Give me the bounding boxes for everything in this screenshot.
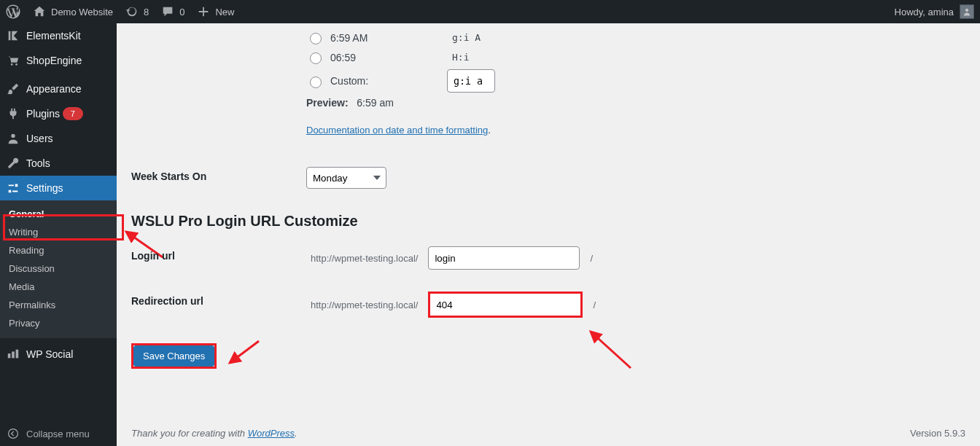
brush-icon: [6, 82, 20, 96]
wordpress-icon: [6, 4, 20, 19]
menu-wpsocial-label: WP Social: [26, 348, 73, 360]
footer-thanks: Thank you for creating with WordPress.: [131, 428, 298, 439]
redirection-url-prefix: http://wpmet-testing.local/: [306, 296, 422, 314]
time-format-custom-input[interactable]: [447, 69, 495, 93]
footer-wordpress-link[interactable]: WordPress: [248, 428, 295, 439]
time-format-label-1: 6:59 AM: [330, 32, 447, 44]
update-icon: [125, 4, 139, 19]
menu-tools-label: Tools: [26, 157, 50, 169]
menu-users[interactable]: Users: [0, 126, 117, 151]
login-url-suffix: /: [586, 249, 597, 267]
site-name[interactable]: Demo Website: [26, 0, 119, 23]
svg-rect-4: [12, 351, 15, 358]
wp-logo[interactable]: [0, 0, 26, 23]
updates[interactable]: 8: [119, 0, 155, 23]
collapse-label: Collapse menu: [26, 429, 90, 439]
time-format-code-1: g:i A: [447, 30, 486, 45]
share-icon: [6, 347, 20, 361]
login-url-input[interactable]: [428, 246, 580, 270]
comments[interactable]: 0: [155, 0, 190, 23]
time-format-radio-2[interactable]: [310, 52, 322, 64]
redirection-url-row: http://wpmet-testing.local/ /: [306, 292, 958, 318]
time-format-label-custom: Custom:: [330, 75, 447, 87]
save-changes-button[interactable]: Save Changes: [133, 345, 214, 367]
submenu-permalinks[interactable]: Permalinks: [0, 296, 117, 314]
svg-point-0: [11, 63, 13, 66]
menu-shopengine[interactable]: ShopEngine: [0, 48, 117, 73]
howdy-prefix: Howdy,: [895, 7, 925, 17]
wrench-icon: [6, 156, 20, 171]
site-name-label: Demo Website: [51, 7, 113, 17]
time-format-preview-label: Preview:: [306, 97, 349, 109]
login-url-label: Login url: [131, 250, 175, 262]
updates-count: 8: [144, 7, 149, 17]
submenu-writing[interactable]: Writing: [0, 223, 117, 241]
footer-version: Version 5.9.3: [910, 428, 965, 439]
submenu-general[interactable]: General: [0, 205, 117, 223]
time-format-preview-value: 6:59 am: [357, 97, 394, 109]
time-format-option-custom[interactable]: Custom:: [306, 69, 958, 93]
login-url-prefix: http://wpmet-testing.local/: [306, 249, 422, 267]
date-time-doc-link[interactable]: Documentation on date and time formattin…: [306, 125, 488, 136]
submenu-settings: General Writing Reading Discussion Media…: [0, 200, 117, 338]
account[interactable]: Howdy, amina: [889, 0, 980, 23]
account-name: amina: [928, 7, 954, 17]
submenu-reading[interactable]: Reading: [0, 241, 117, 259]
time-format-code-2: H:i: [447, 50, 474, 65]
time-format-option-1[interactable]: 6:59 AM g:i A: [306, 30, 958, 45]
redirection-url-suffix: /: [588, 296, 600, 314]
home-icon: [32, 4, 47, 19]
redirection-url-label: Redirection url: [131, 295, 203, 307]
menu-tools[interactable]: Tools: [0, 151, 117, 176]
svg-rect-5: [16, 350, 19, 359]
comment-icon: [160, 4, 175, 19]
new-content[interactable]: New: [190, 0, 240, 23]
menu-settings-label: Settings: [26, 182, 63, 194]
svg-point-1: [15, 63, 18, 66]
menu-appearance-label: Appearance: [26, 83, 82, 95]
svg-point-6: [9, 429, 18, 439]
submenu-media[interactable]: Media: [0, 278, 117, 296]
time-format-radio-1[interactable]: [310, 33, 322, 44]
svg-point-2: [11, 134, 15, 138]
svg-rect-3: [8, 353, 11, 358]
avatar-icon: [960, 4, 974, 19]
menu-appearance[interactable]: Appearance: [0, 77, 117, 101]
menu-plugins-label: Plugins: [26, 108, 60, 120]
collapse-menu[interactable]: Collapse menu: [0, 421, 117, 446]
menu-elementskit[interactable]: ElementsKit: [0, 23, 117, 48]
time-format-label-2: 06:59: [330, 52, 447, 63]
user-icon: [6, 131, 20, 146]
menu-shopengine-label: ShopEngine: [26, 55, 82, 66]
time-format-option-2[interactable]: 06:59 H:i: [306, 50, 958, 65]
login-url-row: http://wpmet-testing.local/ /: [306, 246, 958, 270]
sliders-icon: [6, 181, 20, 195]
menu-elementskit-label: ElementsKit: [26, 30, 81, 42]
plus-icon: [196, 4, 211, 19]
cart-icon: [6, 53, 20, 68]
collapse-icon: [6, 426, 20, 441]
menu-wpsocial[interactable]: WP Social: [0, 342, 117, 367]
wslu-heading: WSLU Pro Login URL Customize: [131, 213, 965, 230]
week-starts-label: Week Starts On: [131, 171, 206, 182]
submenu-discussion[interactable]: Discussion: [0, 259, 117, 278]
plug-icon: [6, 106, 20, 121]
menu-settings[interactable]: Settings: [0, 176, 117, 200]
plugins-count-badge: 7: [63, 107, 83, 120]
annotation-box-save: Save Changes: [131, 343, 217, 369]
comments-count: 0: [179, 7, 184, 17]
time-format-radio-custom[interactable]: [310, 77, 322, 88]
new-label: New: [215, 7, 234, 17]
ek-icon: [6, 28, 20, 43]
menu-plugins[interactable]: Plugins 7: [0, 101, 117, 126]
week-starts-select[interactable]: Monday: [306, 167, 386, 189]
redirection-url-input[interactable]: [428, 292, 583, 318]
menu-users-label: Users: [26, 133, 53, 144]
submenu-privacy[interactable]: Privacy: [0, 314, 117, 332]
